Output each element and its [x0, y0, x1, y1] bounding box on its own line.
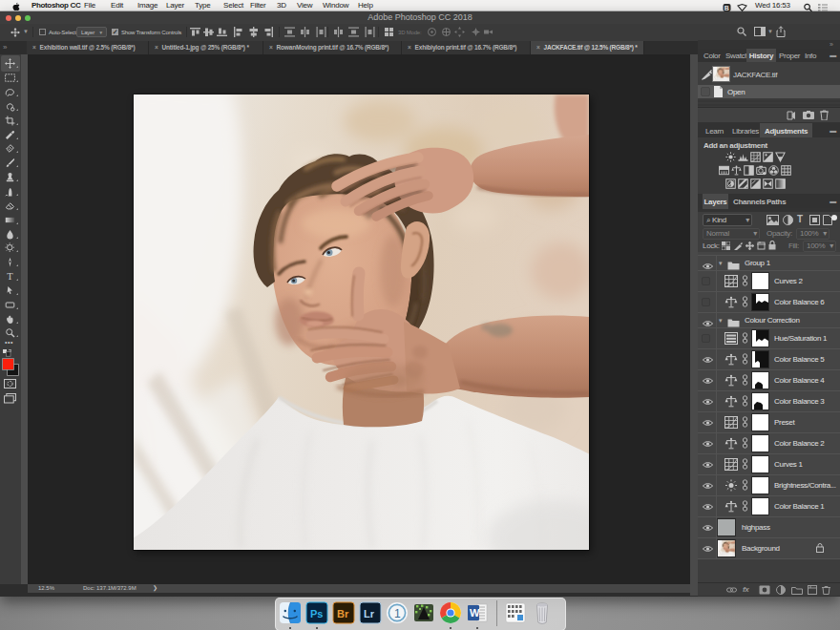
svg-text:Br: Br: [337, 608, 349, 620]
svg-text:Ps: Ps: [310, 608, 323, 620]
svg-text:W: W: [470, 607, 480, 619]
svg-text:B: B: [724, 5, 729, 11]
svg-text:Lr: Lr: [364, 608, 375, 620]
svg-text:T: T: [7, 271, 13, 282]
svg-text:1: 1: [394, 607, 401, 620]
